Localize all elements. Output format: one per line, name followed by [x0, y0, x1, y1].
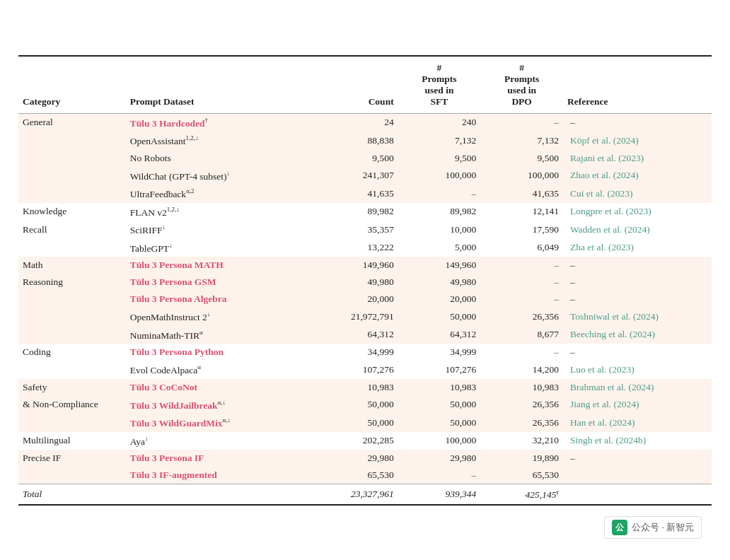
footer-dpo: 425,145γ [480, 484, 563, 504]
cell-reference: – [563, 113, 712, 132]
cell-count: 65,530 [315, 467, 398, 484]
cell-count: 13,222 [315, 239, 398, 257]
cell-dpo: 41,635 [480, 185, 563, 203]
cell-sft: 34,999 [398, 344, 481, 361]
table-row: Precise IFTülu 3 Persona IF29,98029,9801… [18, 450, 712, 467]
col-reference-header: Reference [563, 57, 712, 114]
cell-count: 20,000 [315, 291, 398, 308]
table-row: OpenAssistant1,2,↓88,8387,1327,132Köpf e… [18, 132, 712, 150]
cell-category [18, 467, 126, 484]
table-row: Evol CodeAlpacaα107,276107,27614,200Luo … [18, 361, 712, 379]
cell-category [18, 291, 126, 308]
col-category-header: Category [18, 57, 126, 114]
cell-reference: Luo et al. (2023) [563, 361, 712, 379]
cell-sft: 64,312 [398, 326, 481, 344]
cell-sft: 240 [398, 113, 481, 132]
table-row: KnowledgeFLAN v21,2,↓89,98289,98212,141L… [18, 203, 712, 221]
cell-count: 149,960 [315, 257, 398, 274]
cell-sft: 50,000 [398, 308, 481, 326]
cell-reference: – [563, 291, 712, 308]
cell-dpo: 10,983 [480, 379, 563, 396]
cell-reference: – [563, 274, 712, 291]
cell-category: Safety [18, 379, 126, 396]
cell-reference: Wadden et al. (2024) [563, 221, 712, 239]
cell-dataset: Tülu 3 IF-augmented [126, 467, 315, 484]
cell-dataset: Tülu 3 WildJailbreakα,↓ [126, 396, 315, 414]
cell-dpo: 19,890 [480, 450, 563, 467]
footer-count: 23,327,961 [315, 484, 398, 504]
cell-sft: – [398, 467, 481, 484]
cell-sft: – [398, 185, 481, 203]
cell-dataset: SciRIFF↓ [126, 221, 315, 239]
footer-empty [126, 484, 315, 504]
footer-label: Total [18, 484, 126, 504]
cell-dpo: 65,530 [480, 467, 563, 484]
cell-dataset: NuminaMath-TIRα [126, 326, 315, 344]
cell-reference: Rajani et al. (2023) [563, 150, 712, 167]
table-row: MathTülu 3 Persona MATH149,960149,960–– [18, 257, 712, 274]
table-row: & Non-ComplianceTülu 3 WildJailbreakα,↓5… [18, 396, 712, 414]
cell-dataset: Aya↓ [126, 432, 315, 450]
table-row: No Robots9,5009,5009,500Rajani et al. (2… [18, 150, 712, 167]
cell-count: 35,357 [315, 221, 398, 239]
cell-category [18, 326, 126, 344]
cell-dataset: OpenAssistant1,2,↓ [126, 132, 315, 150]
table-row: Tülu 3 WildGuardMixα,↓50,00050,00026,356… [18, 414, 712, 432]
cell-count: 64,312 [315, 326, 398, 344]
cell-dataset: WildChat (GPT-4 subset)↓ [126, 167, 315, 185]
cell-category: Multilingual [18, 432, 126, 450]
watermark-text: 公众号 · 新智元 [632, 521, 694, 534]
cell-sft: 49,980 [398, 274, 481, 291]
footer-total-row: Total 23,327,961 939,344 425,145γ [18, 484, 712, 504]
cell-dpo: 26,356 [480, 414, 563, 432]
cell-sft: 9,500 [398, 150, 481, 167]
cell-category: Precise IF [18, 450, 126, 467]
cell-reference: – [563, 344, 712, 361]
table-row: SafetyTülu 3 CoCoNot10,98310,98310,983Br… [18, 379, 712, 396]
table-row: NuminaMath-TIRα64,31264,3128,677Beeching… [18, 326, 712, 344]
cell-count: 50,000 [315, 396, 398, 414]
cell-count: 107,276 [315, 361, 398, 379]
cell-dataset: TableGPT↓ [126, 239, 315, 257]
cell-dataset: UltraFeedbackα,2 [126, 185, 315, 203]
cell-sft: 10,983 [398, 379, 481, 396]
table-row: MultilingualAya↓202,285100,00032,210Sing… [18, 432, 712, 450]
col-dataset-header: Prompt Dataset [126, 57, 315, 114]
footer-ref-empty [563, 484, 712, 504]
cell-dpo: 14,200 [480, 361, 563, 379]
cell-count: 24 [315, 113, 398, 132]
cell-sft: 7,132 [398, 132, 481, 150]
cell-sft: 50,000 [398, 396, 481, 414]
cell-reference: Toshniwal et al. (2024) [563, 308, 712, 326]
cell-sft: 5,000 [398, 239, 481, 257]
cell-dpo: 26,356 [480, 308, 563, 326]
cell-dataset: Evol CodeAlpacaα [126, 361, 315, 379]
cell-count: 41,635 [315, 185, 398, 203]
cell-sft: 100,000 [398, 167, 481, 185]
cell-dpo: 32,210 [480, 432, 563, 450]
cell-dpo: 9,500 [480, 150, 563, 167]
cell-category: Knowledge [18, 203, 126, 221]
cell-sft: 20,000 [398, 291, 481, 308]
cell-category: Reasoning [18, 274, 126, 291]
cell-dpo: 26,356 [480, 396, 563, 414]
cell-dataset: OpenMathInstruct 2↓ [126, 308, 315, 326]
table-row: CodingTülu 3 Persona Python34,99934,999–… [18, 344, 712, 361]
cell-count: 9,500 [315, 150, 398, 167]
cell-category [18, 150, 126, 167]
cell-dataset: FLAN v21,2,↓ [126, 203, 315, 221]
cell-category: Recall [18, 221, 126, 239]
cell-count: 88,838 [315, 132, 398, 150]
cell-dataset: Tülu 3 Persona Python [126, 344, 315, 361]
cell-sft: 107,276 [398, 361, 481, 379]
cell-sft: 50,000 [398, 414, 481, 432]
cell-reference: – [563, 450, 712, 467]
col-dpo-header: # Prompts used in DPO [480, 57, 563, 114]
cell-category [18, 414, 126, 432]
cell-dataset: Tülu 3 Persona Algebra [126, 291, 315, 308]
table-row: TableGPT↓13,2225,0006,049Zha et al. (202… [18, 239, 712, 257]
table-row: WildChat (GPT-4 subset)↓241,307100,00010… [18, 167, 712, 185]
cell-reference: Jiang et al. (2024) [563, 396, 712, 414]
cell-dpo: – [480, 257, 563, 274]
cell-reference: Cui et al. (2023) [563, 185, 712, 203]
